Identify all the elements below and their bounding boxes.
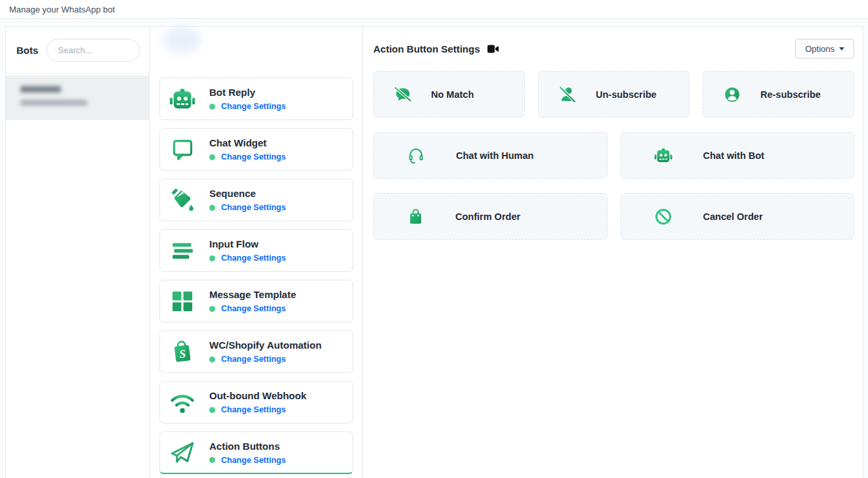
change-settings-link[interactable]: Change Settings <box>221 456 286 465</box>
status-dot <box>209 154 215 160</box>
change-settings-link[interactable]: Change Settings <box>221 253 286 263</box>
action-tiles-row-2: Chat with Human Chat with Bot <box>373 132 854 179</box>
sidebar-header: Bots <box>6 27 149 74</box>
action-tile-label: Confirm Order <box>455 211 520 222</box>
bot-list-item-selected[interactable] <box>6 76 149 120</box>
feature-title: Message Template <box>209 289 296 300</box>
action-tile-chat-with-bot[interactable]: Chat with Bot <box>621 132 855 179</box>
bots-heading: Bots <box>16 45 38 56</box>
options-button[interactable]: Options <box>795 39 854 58</box>
action-tile-confirm-order[interactable]: Confirm Order <box>373 193 608 240</box>
action-tile-label: No Match <box>431 89 474 100</box>
redacted-bot-phone <box>20 100 87 106</box>
redacted-avatar-blob <box>163 27 201 53</box>
feature-title: Chat Widget <box>209 137 286 148</box>
comment-slash-icon <box>394 86 411 103</box>
caret-down-icon <box>839 47 844 51</box>
feature-card-input-flow[interactable]: Input Flow Change Settings <box>159 229 353 272</box>
fill-drip-icon <box>169 186 196 214</box>
user-slash-icon <box>559 86 576 103</box>
change-settings-link[interactable]: Change Settings <box>221 102 286 111</box>
action-tiles-row-1: No Match Un-subscribe <box>373 71 854 118</box>
ban-icon <box>654 207 672 226</box>
status-dot <box>209 457 215 463</box>
change-settings-link[interactable]: Change Settings <box>221 355 286 364</box>
change-settings-link[interactable]: Change Settings <box>221 203 286 212</box>
status-dot <box>209 205 215 211</box>
feature-card-sequence[interactable]: Sequence Change Settings <box>159 179 353 221</box>
panel-title: Action Button Settings <box>373 43 480 54</box>
feature-card-chat-widget[interactable]: Chat Widget Change Settings <box>159 128 353 171</box>
action-tile-re-subscribe[interactable]: Re-subscribe <box>703 71 854 118</box>
status-dot <box>209 407 215 413</box>
paper-plane-icon <box>169 439 196 466</box>
user-circle-icon <box>724 86 741 103</box>
feature-card-bot-reply[interactable]: Bot Reply Change Settings <box>159 77 353 120</box>
panel-header: Action Button Settings Options <box>373 39 854 58</box>
shopping-bag-icon <box>407 207 424 226</box>
action-tile-label: Re-subscribe <box>760 89 821 100</box>
action-tile-label: Un-subscribe <box>596 89 657 100</box>
feature-title: Action Buttons <box>209 441 286 452</box>
action-button-settings-panel: Action Button Settings Options <box>363 27 863 478</box>
video-camera-icon[interactable] <box>487 45 499 53</box>
feature-title: Out-bound Webhook <box>209 390 306 401</box>
bot-search-input[interactable] <box>47 39 140 62</box>
feature-title: Bot Reply <box>209 87 286 98</box>
action-tile-un-subscribe[interactable]: Un-subscribe <box>538 71 690 118</box>
wifi-icon <box>169 389 196 416</box>
action-tile-no-match[interactable]: No Match <box>373 71 525 118</box>
grid-icon <box>169 288 196 315</box>
feature-title: Input Flow <box>209 238 286 250</box>
topbar: Manage your WhatsApp bot <box>0 0 868 19</box>
feature-card-message-template[interactable]: Message Template Change Settings <box>159 280 353 322</box>
shopify-bag-icon: S <box>169 338 196 366</box>
status-dot <box>209 104 215 110</box>
feature-card-action-buttons[interactable]: Action Buttons Change Settings <box>159 431 353 474</box>
feature-title: WC/Shopify Automation <box>209 339 321 351</box>
action-tile-label: Chat with Human <box>456 150 533 161</box>
action-tile-chat-with-human[interactable]: Chat with Human <box>373 132 608 179</box>
options-button-label: Options <box>805 44 835 54</box>
change-settings-link[interactable]: Change Settings <box>221 405 286 414</box>
chat-bubble-icon <box>169 136 196 163</box>
status-dot <box>209 306 215 312</box>
bots-sidebar: Bots <box>6 27 150 478</box>
status-dot <box>209 357 215 362</box>
feature-card-outbound-webhook[interactable]: Out-bound Webhook Change Settings <box>159 381 353 424</box>
action-tile-cancel-order[interactable]: Cancel Order <box>621 193 855 240</box>
page-title: Manage your WhatsApp bot <box>9 5 115 14</box>
action-tile-label: Chat with Bot <box>703 150 764 161</box>
action-tiles-row-3: Confirm Order Cancel Order <box>373 193 854 240</box>
feature-card-wc-shopify-automation[interactable]: S WC/Shopify Automation Change Settings <box>159 330 353 373</box>
robot-icon <box>654 146 672 165</box>
robot-icon <box>169 85 196 113</box>
action-tile-label: Cancel Order <box>703 211 763 222</box>
headset-icon <box>407 146 425 165</box>
features-column: Bot Reply Change Settings Chat Widget C <box>150 27 363 478</box>
bars-icon <box>169 237 196 265</box>
main-container: Bots <box>5 26 863 478</box>
change-settings-link[interactable]: Change Settings <box>221 304 286 313</box>
feature-title: Sequence <box>209 188 286 199</box>
redacted-bot-name <box>20 86 61 93</box>
status-dot <box>209 255 215 261</box>
change-settings-link[interactable]: Change Settings <box>221 152 286 162</box>
